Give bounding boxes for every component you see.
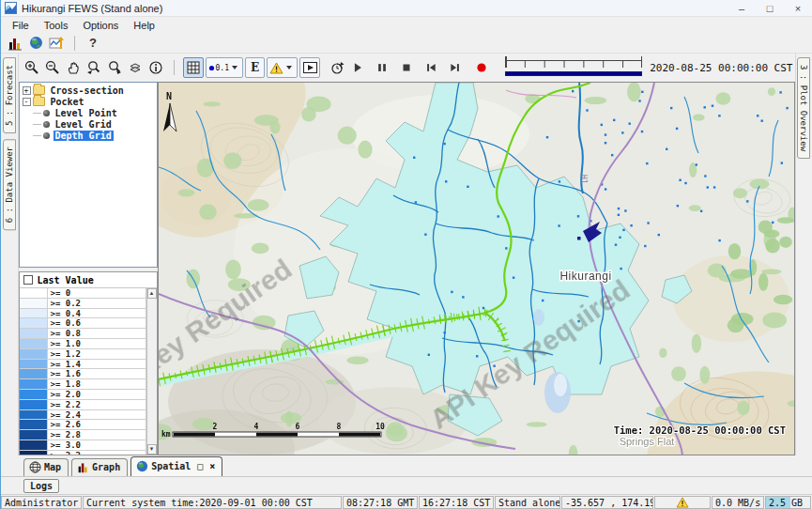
menu-item-options[interactable]: Options	[75, 19, 126, 32]
play-button[interactable]	[347, 57, 368, 78]
grid-display-toggle[interactable]	[183, 57, 204, 78]
menu-item-help[interactable]: Help	[126, 19, 162, 32]
legend-row[interactable]: >= 1.4	[20, 360, 146, 370]
go-to-end-button[interactable]	[445, 57, 466, 78]
menu-item-tools[interactable]: Tools	[37, 19, 76, 32]
bullet-icon	[43, 121, 50, 128]
tab-plot-overview[interactable]: 3 : Plot Overview	[797, 57, 810, 159]
tree-node-label[interactable]: Cross-section	[49, 85, 126, 96]
logs-button[interactable]: Logs	[23, 479, 59, 493]
pan-hand-button[interactable]	[63, 57, 84, 78]
status-warning-cell[interactable]	[654, 496, 711, 509]
zoom-next-button[interactable]	[104, 57, 125, 78]
left-tab-strip: 5 : Forecast 6 : Data Viewer	[1, 54, 19, 455]
help-button[interactable]: ?	[83, 36, 103, 50]
last-value-label: Last Value	[38, 275, 94, 285]
tree-node-label-selected[interactable]: Depth Grid	[54, 131, 114, 141]
tree-node-depth-grid[interactable]: Depth Grid	[20, 130, 157, 141]
last-value-checkbox[interactable]	[23, 275, 33, 285]
tree-node-label[interactable]: Level Point	[54, 108, 119, 118]
legend-color-swatch	[20, 369, 48, 378]
tab-graph[interactable]: Graph	[71, 458, 128, 476]
tab-graph-label: Graph	[92, 462, 120, 472]
spatial-display-button[interactable]	[25, 34, 46, 53]
tab-spatial[interactable]: Spatial □ ×	[130, 456, 222, 476]
tree-node-level-grid[interactable]: Level Grid	[20, 118, 157, 130]
pause-button[interactable]	[372, 57, 392, 78]
dropdown-caret-icon	[286, 66, 292, 69]
tree-node-label[interactable]: Pocket	[49, 97, 86, 107]
legend-row-label: >= 1.0	[48, 339, 146, 348]
legend-row-label: >= 2.4	[48, 410, 146, 420]
timeline-slider[interactable]	[505, 60, 642, 76]
legend-row-label: >= 0.6	[48, 318, 146, 328]
tab-forecast[interactable]: 5 : Forecast	[3, 57, 16, 133]
main-area: 5 : Forecast 6 : Data Viewer	[1, 54, 812, 455]
close-button[interactable]: ×	[784, 0, 812, 16]
scroll-up-icon[interactable]: ▲	[147, 288, 157, 299]
legend-row[interactable]: >= 2.4	[20, 410, 146, 421]
legend-row[interactable]: >= 3.2	[20, 451, 146, 455]
status-memory: 2.5 GB	[765, 496, 811, 509]
database-viewer-button[interactable]	[5, 34, 25, 53]
timeline-ruler[interactable]	[505, 60, 642, 68]
map-canvas[interactable]: H1 API Key Required API Key Required	[158, 82, 795, 455]
timeseries-display-button[interactable]	[46, 34, 67, 53]
record-button[interactable]	[471, 57, 492, 78]
legend-row[interactable]: >= 2.8	[20, 430, 146, 440]
legend-color-swatch	[20, 339, 48, 348]
legend-row[interactable]: >= 1.6	[20, 369, 146, 379]
zoom-out-button[interactable]	[42, 57, 63, 78]
warning-icon	[269, 62, 283, 74]
warnings-dropdown[interactable]	[267, 57, 298, 78]
tab-maximize-icon[interactable]: □	[197, 461, 203, 471]
legend-scrollbar[interactable]: ▲ ▼	[146, 288, 157, 455]
info-button[interactable]	[146, 57, 166, 78]
legend-row[interactable]: >= 0	[20, 288, 146, 299]
legend-row[interactable]: >= 2.2	[20, 400, 146, 410]
tree-node-pocket[interactable]: - Pocket	[20, 96, 157, 107]
bottom-tab-bar: Map Graph Spatial □ ×	[1, 455, 812, 476]
stop-button[interactable]	[396, 57, 417, 78]
timeline-period-bar[interactable]	[505, 71, 642, 76]
zoom-previous-button[interactable]	[84, 57, 104, 78]
legend-color-swatch	[20, 299, 48, 308]
legend-row[interactable]: >= 2.0	[20, 390, 146, 400]
svg-text:N: N	[166, 91, 172, 101]
layers-button[interactable]	[125, 57, 146, 78]
legend-row[interactable]: >= 2.6	[20, 420, 146, 430]
warning-icon	[676, 497, 689, 508]
legend-color-swatch	[20, 329, 48, 338]
legend-color-swatch	[20, 309, 48, 318]
legend-row[interactable]: >= 3.0	[20, 440, 146, 451]
tab-close-icon[interactable]: ×	[209, 461, 215, 471]
legend-row[interactable]: >= 1.8	[20, 379, 146, 390]
menu-item-file[interactable]: File	[5, 19, 37, 32]
collapse-icon[interactable]: -	[23, 98, 31, 106]
tab-data-viewer[interactable]: 6 : Data Viewer	[3, 139, 16, 230]
tab-map[interactable]: Map	[23, 458, 69, 476]
status-system-time: Current system time:2020-09-01 00:00 CST	[83, 496, 342, 509]
zoom-in-button[interactable]	[22, 57, 42, 78]
status-local-time: 16:27:18 CST	[419, 496, 494, 509]
elevation-toggle[interactable]: E	[245, 57, 265, 78]
minimize-button[interactable]: –	[728, 0, 756, 16]
top-toolbar: ?	[1, 33, 812, 54]
legend-row[interactable]: >= 0.8	[20, 329, 146, 339]
legend-color-swatch	[20, 349, 48, 359]
tree-node-level-point[interactable]: Level Point	[20, 107, 157, 118]
tree-node-label[interactable]: Level Grid	[54, 119, 114, 130]
legend-class-list: >= 0>= 0.2>= 0.4>= 0.6>= 0.8>= 1.0>= 1.2…	[20, 288, 146, 455]
scroll-down-icon[interactable]: ▼	[147, 444, 157, 455]
go-to-start-button[interactable]	[421, 57, 441, 78]
legend-row[interactable]: >= 0.4	[20, 309, 146, 319]
animation-panel-button[interactable]	[299, 57, 320, 78]
legend-row[interactable]: >= 0.6	[20, 318, 146, 329]
classbreak-dropdown[interactable]: 0.1	[206, 57, 243, 78]
expand-icon[interactable]: +	[23, 86, 31, 95]
legend-row[interactable]: >= 0.2	[20, 299, 146, 309]
legend-row[interactable]: >= 1.2	[20, 349, 146, 360]
maximize-button[interactable]: □	[756, 0, 784, 16]
legend-row[interactable]: >= 1.0	[20, 339, 146, 349]
animation-settings-button[interactable]	[327, 57, 347, 78]
